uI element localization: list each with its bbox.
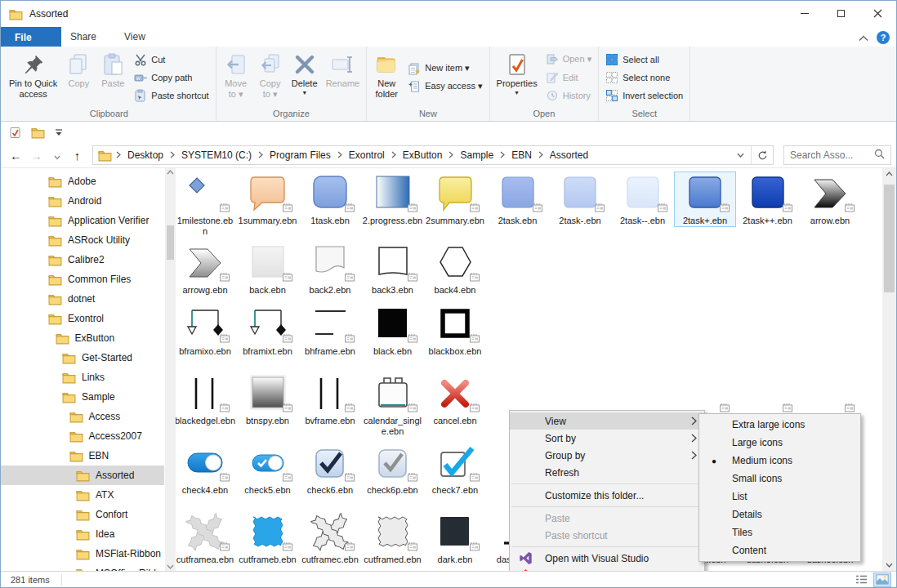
menu-item-refresh[interactable]: Refresh: [510, 464, 704, 481]
help-icon[interactable]: ?: [877, 31, 890, 44]
submenu-item-content[interactable]: Content: [699, 541, 860, 559]
sidebar-item-msflat-ribbon[interactable]: MSFlat-Ribbon: [1, 544, 164, 564]
forward-arrow-icon[interactable]: →: [26, 149, 47, 163]
submenu-item-small-icons[interactable]: Small icons: [699, 470, 860, 488]
file-item[interactable]: calendar_single.ebn: [363, 372, 423, 438]
search-box[interactable]: [783, 145, 891, 165]
file-item[interactable]: cutframeb.ebn: [238, 511, 298, 565]
new-item--button[interactable]: New item ▾: [404, 60, 486, 77]
paste-shortcut-button[interactable]: Paste shortcut: [130, 87, 212, 104]
submenu-item-list[interactable]: List: [699, 488, 860, 506]
file-item[interactable]: 2summary.ebn: [425, 172, 485, 226]
cut-button[interactable]: Cut: [130, 51, 212, 68]
sidebar-item-application-verifier[interactable]: Application Verifier: [1, 211, 164, 230]
sidebar-item-idea[interactable]: Idea: [1, 524, 164, 544]
easy-access--button[interactable]: Easy access ▾: [404, 78, 486, 95]
file-item[interactable]: cutframec.ebn: [300, 511, 360, 565]
file-item[interactable]: 2task.ebn: [488, 172, 548, 226]
pin-to-quick-access-button[interactable]: Pin to Quickaccess: [5, 47, 61, 107]
sidebar-item-assorted[interactable]: Assorted: [1, 466, 164, 485]
file-item[interactable]: 2task-.ebn: [550, 172, 610, 226]
file-item[interactable]: 2.progress.ebn: [363, 172, 423, 226]
copy-to--button[interactable]: Copyto ▾: [253, 47, 288, 107]
delete--button[interactable]: Delete▾: [288, 47, 322, 107]
search-input[interactable]: [790, 149, 874, 161]
menu-item-git-gui-here[interactable]: Git GUI Here: [510, 567, 704, 571]
sidebar-item-calibre2[interactable]: Calibre2: [1, 250, 164, 270]
close-button[interactable]: [859, 1, 896, 26]
sidebar-item-exontrol[interactable]: Exontrol: [1, 309, 164, 328]
recent-locations-icon[interactable]: [47, 149, 67, 163]
sidebar-item-adobe[interactable]: Adobe: [1, 172, 164, 191]
file-item[interactable]: arrow.ebn: [800, 172, 860, 226]
edit-button[interactable]: Edit: [542, 69, 596, 86]
file-item[interactable]: 2task--.ebn: [613, 172, 673, 226]
file-item[interactable]: 1milestone.ebn: [175, 172, 235, 238]
menu-item-view[interactable]: View: [510, 412, 704, 430]
properties-shortcut-icon[interactable]: [9, 127, 21, 139]
customize-toolbar-icon[interactable]: [55, 129, 63, 136]
breadcrumb-item[interactable]: SYSTEM10 (C:): [176, 146, 257, 164]
open--button[interactable]: Open ▾: [542, 51, 596, 68]
file-item[interactable]: cancel.ebn: [425, 372, 485, 426]
sidebar-item-atx[interactable]: ATX: [1, 485, 164, 505]
file-item[interactable]: 1summary.ebn: [238, 172, 298, 226]
scrollbar-thumb[interactable]: [167, 225, 174, 260]
sidebar-item-dotnet[interactable]: dotnet: [1, 289, 164, 309]
sidebar-item-exbutton[interactable]: ExButton: [1, 328, 164, 348]
sidebar-item-access2007[interactable]: Access2007: [1, 426, 164, 446]
submenu-item-medium-icons[interactable]: ●Medium icons: [699, 452, 860, 470]
file-item[interactable]: back2.ebn: [300, 242, 360, 296]
sidebar-item-asrock-utility[interactable]: ASRock Utility: [1, 230, 164, 250]
scroll-up-icon[interactable]: [882, 172, 896, 176]
submenu-item-tiles[interactable]: Tiles: [699, 523, 860, 541]
file-item[interactable]: blackedgel.ebn: [175, 372, 235, 426]
menu-item-sort-by[interactable]: Sort by: [510, 430, 704, 447]
file-item[interactable]: check6.ebn: [300, 442, 360, 496]
file-item[interactable]: arrowg.ebn: [175, 242, 235, 296]
breadcrumb-item[interactable]: EBN: [506, 146, 538, 164]
sidebar-scrollbar[interactable]: [165, 168, 176, 571]
collapse-ribbon-icon[interactable]: [859, 30, 868, 45]
history-button[interactable]: History: [542, 87, 596, 104]
minimize-button[interactable]: [786, 1, 823, 26]
breadcrumb-item[interactable]: Program Files: [264, 146, 337, 164]
scrollbar-thumb[interactable]: [884, 185, 895, 292]
file-item[interactable]: check7.ebn: [425, 442, 485, 496]
sidebar-item-android[interactable]: Android: [1, 191, 164, 211]
search-icon[interactable]: [874, 148, 885, 163]
rename-button[interactable]: Rename: [322, 47, 364, 107]
submenu-item-extra-large-icons[interactable]: Extra large icons: [699, 416, 860, 434]
breadcrumb[interactable]: DesktopSYSTEM10 (C:)Program FilesExontro…: [92, 145, 774, 165]
folder-icon[interactable]: [31, 127, 45, 139]
file-item[interactable]: check6p.ebn: [363, 442, 423, 496]
file-item[interactable]: btnspy.ebn: [238, 372, 298, 426]
up-arrow-icon[interactable]: ↑: [67, 149, 87, 163]
submenu-item-large-icons[interactable]: Large icons: [699, 434, 860, 452]
file-item[interactable]: cutframea.ebn: [175, 511, 235, 565]
file-item[interactable]: black.ebn: [363, 303, 423, 357]
maximize-button[interactable]: [823, 1, 859, 26]
new-folder-button[interactable]: Newfolder: [369, 47, 404, 107]
file-item[interactable]: dark.ebn: [425, 511, 485, 565]
scroll-down-icon[interactable]: [882, 563, 896, 568]
sidebar-item-get-started[interactable]: Get-Started: [1, 348, 164, 368]
breadcrumb-item[interactable]: ExButton: [397, 146, 448, 164]
address-dropdown-icon[interactable]: [730, 146, 751, 164]
breadcrumb-item[interactable]: Assorted: [544, 146, 594, 164]
menu-item-group-by[interactable]: Group by: [510, 447, 704, 464]
file-item[interactable]: back.ebn: [238, 242, 298, 296]
submenu-item-details[interactable]: Details: [699, 506, 860, 523]
sidebar-item-common-files[interactable]: Common Files: [1, 270, 164, 289]
file-item[interactable]: check5.ebn: [238, 442, 298, 496]
scroll-up-icon[interactable]: [165, 170, 176, 175]
select-none-button[interactable]: Select none: [601, 69, 687, 86]
breadcrumb-item[interactable]: Exontrol: [343, 146, 390, 164]
sidebar-item-sample[interactable]: Sample: [1, 387, 164, 407]
copy-path-button[interactable]: WCopy path: [130, 69, 212, 86]
copy-button[interactable]: Copy: [61, 47, 96, 107]
file-item[interactable]: check4.ebn: [175, 442, 235, 496]
tab-file[interactable]: File: [1, 27, 61, 47]
invert-selection-button[interactable]: Invert selection: [601, 87, 687, 104]
thumbnails-view-icon[interactable]: [873, 572, 891, 587]
